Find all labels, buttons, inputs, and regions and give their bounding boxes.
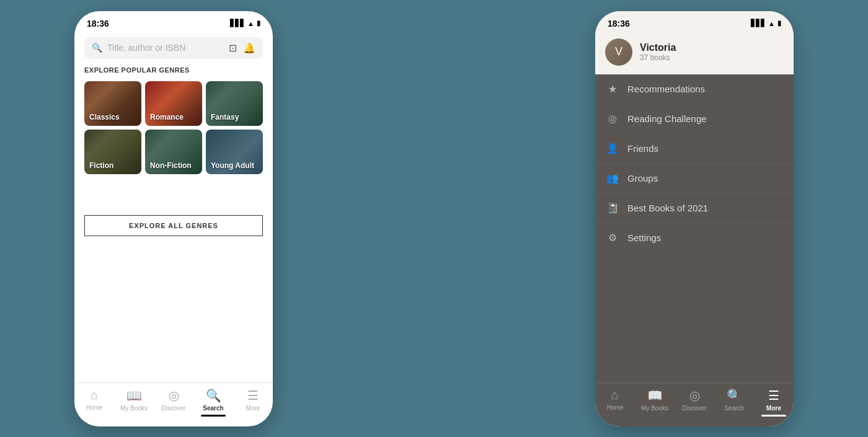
status-bar-left: 18:36 ▋▋▋ ▲ ▮ [74,11,273,32]
settings-label: Settings [627,232,661,243]
nav-home[interactable]: ⌂ Home [74,388,114,417]
search-container: 🔍 Title, author or ISBN ⊡ 🔔 [74,32,273,66]
wifi-icon-right: ▲ [768,20,775,27]
menu-item-recommendations[interactable]: ★ Recommendations [595,74,794,104]
battery-icon: ▮ [257,19,260,27]
right-nav-search[interactable]: 🔍 Search [714,388,754,417]
right-nav-home-label: Home [607,404,624,411]
genre-label-youngadult: Young Adult [211,161,254,170]
nav-search[interactable]: 🔍 Search [193,388,233,417]
user-name: Victoria [640,42,676,53]
left-phone: 18:36 ▋▋▋ ▲ ▮ 🔍 Title, author or ISBN ⊡ … [0,0,347,437]
genre-label-romance: Romance [150,113,184,121]
genre-label-nonfiction: Non-Fiction [150,161,192,170]
bottom-nav-left: ⌂ Home 📖 My Books ◎ Discover 🔍 Search ☰ … [74,382,273,426]
recommendations-label: Recommendations [627,84,705,94]
right-nav-mybooks-label: My Books [641,405,668,412]
right-nav-discover-label: Discover [683,405,707,412]
explore-all-button[interactable]: EXPLORE ALL GENRES [84,215,263,236]
status-icons-right: ▋▋▋ ▲ ▮ [751,19,781,27]
home-icon: ⌂ [91,388,98,402]
right-screen: 18:36 ▋▋▋ ▲ ▮ V Victoria 37 books ★ Reco… [595,11,794,426]
user-info: Victoria 37 books [640,42,676,62]
genre-label-fantasy: Fantasy [211,113,239,121]
genre-label-fiction: Fiction [89,161,113,170]
signal-icon-right: ▋▋▋ [751,19,766,27]
more-active-indicator [761,415,786,417]
best-books-label: Best Books of 2021 [627,203,708,213]
right-nav-more-label: More [766,405,781,412]
time-right: 18:36 [608,19,630,29]
user-header[interactable]: V Victoria 37 books [595,32,794,74]
search-nav-icon: 🔍 [206,388,221,403]
search-bar[interactable]: 🔍 Title, author or ISBN ⊡ 🔔 [84,37,263,59]
recommendations-icon: ★ [606,83,619,95]
menu-item-reading-challenge[interactable]: ◎ Reading Challenge [595,104,794,134]
genres-section: EXPLORE POPULAR GENRES Classics Romance … [74,66,273,205]
genre-tile-fantasy[interactable]: Fantasy [206,81,263,126]
genre-tile-classics[interactable]: Classics [84,81,141,126]
nav-more[interactable]: ☰ More [233,388,273,417]
genre-tile-fiction[interactable]: Fiction [84,130,141,174]
reading-challenge-label: Reading Challenge [627,113,707,124]
search-icon: 🔍 [92,43,102,53]
bell-icon[interactable]: 🔔 [243,42,255,54]
friends-icon: 👤 [606,143,619,154]
left-screen: 18:36 ▋▋▋ ▲ ▮ 🔍 Title, author or ISBN ⊡ … [74,11,273,426]
bottom-nav-right: ⌂ Home 📖 My Books ◎ Discover 🔍 Search ☰ … [595,382,794,426]
right-home-icon: ⌂ [611,388,619,402]
wifi-icon: ▲ [247,20,254,27]
battery-icon-right: ▮ [777,19,781,27]
more-icon: ☰ [247,388,259,403]
settings-icon: ⚙ [606,232,619,244]
right-discover-icon: ◎ [689,388,700,403]
time-left: 18:36 [87,19,109,29]
status-icons-left: ▋▋▋ ▲ ▮ [230,19,260,27]
nav-search-label: Search [203,405,223,412]
status-bar-right: 18:36 ▋▋▋ ▲ ▮ [595,11,794,32]
search-extras: ⊡ 🔔 [229,42,255,54]
right-nav-more[interactable]: ☰ More [754,388,794,417]
camera-icon[interactable]: ⊡ [229,42,237,54]
right-search-icon: 🔍 [727,388,742,403]
groups-label: Groups [627,173,658,183]
nav-more-label: More [246,405,260,412]
menu-item-groups[interactable]: 👥 Groups [595,164,794,193]
right-phone: 18:36 ▋▋▋ ▲ ▮ V Victoria 37 books ★ Reco… [521,0,868,437]
best-books-icon: 📓 [606,202,619,214]
right-more-icon: ☰ [768,388,779,403]
genres-title: EXPLORE POPULAR GENRES [84,66,263,74]
genre-tile-youngadult[interactable]: Young Adult [206,130,263,174]
nav-discover[interactable]: ◎ Discover [154,388,193,417]
signal-icon: ▋▋▋ [230,19,245,27]
friends-label: Friends [627,143,658,154]
nav-discover-label: Discover [162,405,186,412]
genres-grid: Classics Romance Fantasy Fiction Non-Fic… [84,81,263,174]
nav-mybooks[interactable]: 📖 My Books [114,388,154,417]
mybooks-icon: 📖 [126,388,142,403]
menu-item-friends[interactable]: 👤 Friends [595,134,794,164]
genre-tile-nonfiction[interactable]: Non-Fiction [145,130,202,174]
avatar: V [605,38,632,66]
menu-item-best-books[interactable]: 📓 Best Books of 2021 [595,193,794,223]
right-nav-discover[interactable]: ◎ Discover [675,388,714,417]
reading-challenge-icon: ◎ [606,113,619,125]
explore-btn-wrap: EXPLORE ALL GENRES [74,205,273,244]
right-nav-mybooks[interactable]: 📖 My Books [635,388,675,417]
right-nav-home[interactable]: ⌂ Home [595,388,635,417]
right-mybooks-icon: 📖 [647,388,663,403]
menu-item-settings[interactable]: ⚙ Settings [595,223,794,252]
menu-list: ★ Recommendations ◎ Reading Challenge 👤 … [595,74,794,382]
user-books-count: 37 books [640,53,676,62]
content-spacer [74,244,273,382]
genre-tile-romance[interactable]: Romance [145,81,202,126]
search-active-indicator [201,415,226,417]
discover-icon: ◎ [169,388,179,403]
nav-mybooks-label: My Books [120,405,148,412]
right-nav-search-label: Search [724,405,744,412]
search-placeholder: Title, author or ISBN [107,43,224,53]
nav-home-label: Home [86,404,103,411]
genre-label-classics: Classics [89,113,120,121]
avatar-initials: V [615,45,622,58]
groups-icon: 👥 [606,172,619,184]
